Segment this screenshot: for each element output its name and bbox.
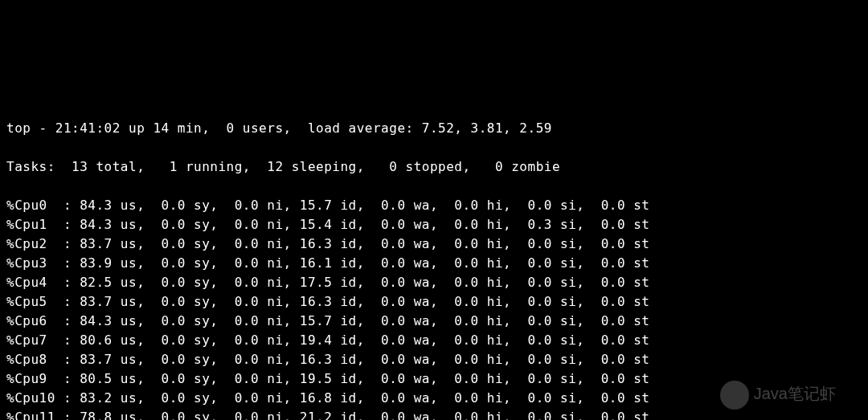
cpu-block: %Cpu0 : 84.3 us, 0.0 sy, 0.0 ni, 15.7 id… <box>6 196 862 420</box>
cpu-line-11: %Cpu11 : 78.8 us, 0.0 sy, 0.0 ni, 21.2 i… <box>6 408 862 420</box>
cpu-line-7: %Cpu7 : 80.6 us, 0.0 sy, 0.0 ni, 19.4 id… <box>6 331 862 350</box>
cpu-line-4: %Cpu4 : 82.5 us, 0.0 sy, 0.0 ni, 17.5 id… <box>6 273 862 292</box>
summary-line-1: top - 21:41:02 up 14 min, 0 users, load … <box>6 119 862 138</box>
cpu-line-0: %Cpu0 : 84.3 us, 0.0 sy, 0.0 ni, 15.7 id… <box>6 196 862 215</box>
cpu-line-9: %Cpu9 : 80.5 us, 0.0 sy, 0.0 ni, 19.5 id… <box>6 369 862 389</box>
cpu-line-5: %Cpu5 : 83.7 us, 0.0 sy, 0.0 ni, 16.3 id… <box>6 292 862 312</box>
cpu-line-3: %Cpu3 : 83.9 us, 0.0 sy, 0.0 ni, 16.1 id… <box>6 254 862 273</box>
summary-tasks: Tasks: 13 total, 1 running, 12 sleeping,… <box>6 157 862 177</box>
cpu-line-2: %Cpu2 : 83.7 us, 0.0 sy, 0.0 ni, 16.3 id… <box>6 234 862 254</box>
terminal-output[interactable]: top - 21:41:02 up 14 min, 0 users, load … <box>0 96 868 420</box>
cpu-line-1: %Cpu1 : 84.3 us, 0.0 sy, 0.0 ni, 15.4 id… <box>6 215 862 234</box>
cpu-line-6: %Cpu6 : 84.3 us, 0.0 sy, 0.0 ni, 15.7 id… <box>6 312 862 331</box>
cpu-line-8: %Cpu8 : 83.7 us, 0.0 sy, 0.0 ni, 16.3 id… <box>6 350 862 369</box>
cpu-line-10: %Cpu10 : 83.2 us, 0.0 sy, 0.0 ni, 16.8 i… <box>6 389 862 408</box>
